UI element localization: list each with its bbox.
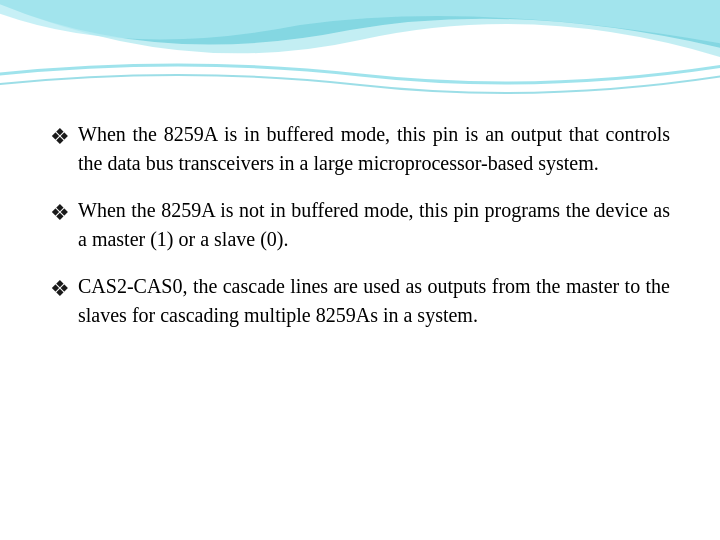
bullet-text-2: When the 8259A is not in buffered mode, …: [78, 196, 670, 254]
bullet-diamond-3: ❖: [50, 273, 70, 305]
bullet-diamond-2: ❖: [50, 197, 70, 229]
bullet-item-2: ❖ When the 8259A is not in buffered mode…: [50, 196, 670, 254]
content-area: ❖ When the 8259A is in buffered mode, th…: [50, 120, 670, 510]
header-decoration: [0, 0, 720, 110]
bullet-text-3: CAS2-CAS0, the cascade lines are used as…: [78, 272, 670, 330]
bullet-item-1: ❖ When the 8259A is in buffered mode, th…: [50, 120, 670, 178]
bullet-text-1: When the 8259A is in buffered mode, this…: [78, 120, 670, 178]
bullet-item-3: ❖ CAS2-CAS0, the cascade lines are used …: [50, 272, 670, 330]
bullet-diamond-1: ❖: [50, 121, 70, 153]
